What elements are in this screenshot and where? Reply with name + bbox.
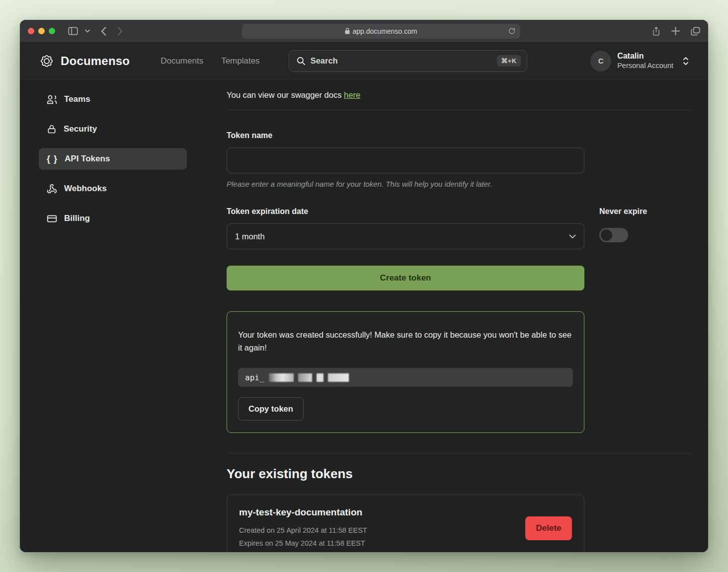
copy-token-button[interactable]: Copy token [238,397,304,421]
browser-window: app.documenso.com [20,20,708,552]
token-prefix: api_ [245,373,264,382]
sidebar-item-api-tokens[interactable]: { } API Tokens [39,148,187,170]
new-tab-icon[interactable] [671,27,680,35]
chevron-down-icon[interactable] [85,29,90,33]
brand-name: Documenso [61,54,130,68]
token-card: my-test-key-documentation Created on 25 … [227,495,584,552]
search-shortcut-badge: ⌘+K [497,55,520,67]
brand[interactable]: Documenso [39,53,130,69]
nav-templates[interactable]: Templates [221,56,259,66]
search-input[interactable]: Search ⌘+K [289,50,527,72]
token-expiration-label: Token expiration date [227,207,584,216]
nav-documents[interactable]: Documents [161,56,203,66]
token-name-label: Token name [227,131,584,140]
redacted-token-segment [298,373,312,382]
token-card-name: my-test-key-documentation [239,507,367,518]
delete-token-button[interactable]: Delete [525,516,572,540]
documenso-logo-icon [39,53,55,69]
redacted-token-segment [269,373,294,382]
sidebar-label: API Tokens [65,154,110,164]
avatar: C [590,51,611,72]
tls-lock-icon [345,28,350,34]
never-expire-toggle[interactable] [599,228,628,242]
expiration-selected-value: 1 month [235,232,265,241]
swagger-docs-link[interactable]: here [344,90,360,99]
never-expire-label: Never expire [599,207,647,216]
account-name: Catalin [617,51,673,61]
chevron-up-down-icon [682,56,689,66]
address-bar[interactable]: app.documenso.com [242,24,520,39]
token-created-message: Your token was created successfully! Mak… [238,329,573,354]
sidebar-item-security[interactable]: Security [39,118,187,140]
toggle-knob [601,229,612,241]
braces-icon: { } [47,154,58,164]
section-divider [227,110,691,110]
tabs-overview-icon[interactable] [691,27,700,36]
create-token-button[interactable]: Create token [227,266,584,290]
sidebar-toggle-icon[interactable] [68,27,78,35]
lock-icon [47,124,57,134]
swagger-docs-prefix: You can view our swagger docs [227,90,344,99]
reload-icon[interactable] [508,27,515,35]
sidebar-item-webhooks[interactable]: Webhooks [39,178,187,200]
swagger-docs-text: You can view our swagger docs here [227,86,691,100]
token-created-alert: Your token was created successfully! Mak… [227,311,584,433]
account-menu[interactable]: C Catalin Personal Account [590,51,689,72]
sidebar-label: Billing [64,214,90,223]
token-expires-date: Expires on 25 May 2024 at 11:58 EEST [239,537,367,550]
sidebar-label: Webhooks [64,184,107,194]
minimize-window-button[interactable] [38,28,45,34]
token-name-help-text: Please enter a meaningful name for your … [227,180,584,188]
api-tokens-page: You can view our swagger docs here Token… [207,79,708,552]
search-placeholder: Search [311,56,492,66]
settings-sidebar: Teams Security { } API Tokens Webhooks [20,79,207,552]
zoom-window-button[interactable] [49,28,55,34]
redacted-token-segment [328,373,349,382]
credit-card-icon [47,214,57,224]
sidebar-label: Security [64,124,97,134]
traffic-lights [28,28,55,34]
url-text: app.documenso.com [353,27,417,35]
existing-tokens-heading: Your existing tokens [227,466,691,482]
sidebar-item-teams[interactable]: Teams [39,88,187,110]
section-divider [227,453,691,453]
browser-toolbar: app.documenso.com [20,20,708,43]
sidebar-label: Teams [64,94,90,104]
users-icon [47,94,57,105]
sidebar-item-billing[interactable]: Billing [39,208,187,229]
close-window-button[interactable] [28,28,34,34]
redacted-token-segment [317,373,324,382]
main-nav: Documents Templates [161,56,259,66]
expiration-select[interactable]: 1 month [227,223,584,249]
app-header: Documenso Documents Templates Search ⌘+K… [20,43,708,79]
account-type: Personal Account [617,61,673,70]
forward-button[interactable] [117,27,123,36]
webhook-icon [47,184,57,194]
token-created-date: Created on 25 April 2024 at 11:58 EEST [239,524,367,537]
back-button[interactable] [101,27,106,36]
token-value-field[interactable]: api_ [238,368,573,387]
token-name-input[interactable] [227,147,584,173]
search-icon [296,56,306,66]
share-icon[interactable] [652,26,660,36]
chevron-down-icon [569,234,576,239]
